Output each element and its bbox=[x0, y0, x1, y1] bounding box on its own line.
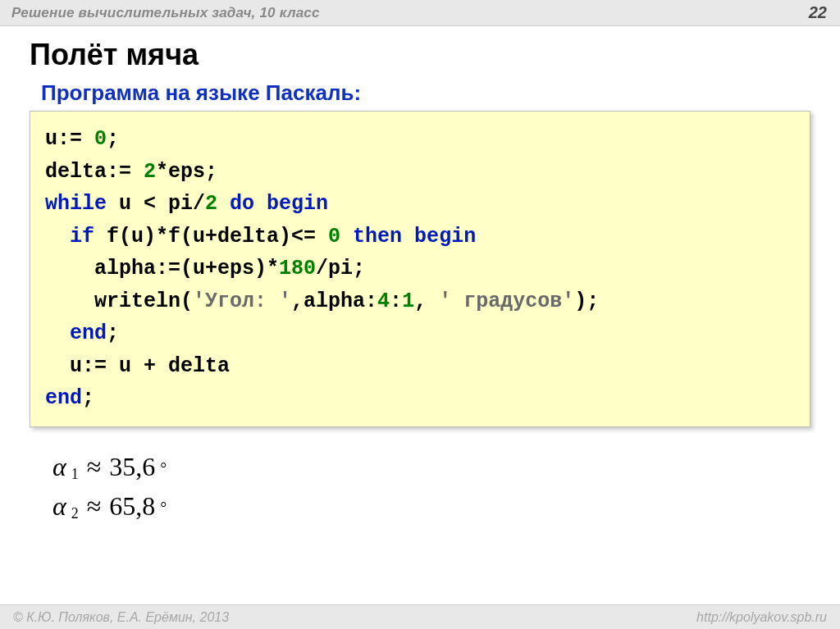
approx-symbol: ≈ bbox=[87, 447, 102, 486]
result-row-2: α2 ≈ 65,8° bbox=[52, 486, 810, 526]
code-line-1: u:= 0; bbox=[45, 123, 795, 156]
results: α1 ≈ 35,6° α2 ≈ 65,8° bbox=[30, 447, 810, 526]
code-box: u:= 0; delta:= 2*eps; while u < pi/2 do … bbox=[30, 111, 810, 427]
code-line-7: end; bbox=[45, 317, 795, 350]
code-line-9: end; bbox=[45, 382, 795, 415]
page-number: 22 bbox=[809, 3, 827, 22]
subscript: 2 bbox=[71, 503, 79, 525]
subtitle: Программа на языке Паскаль: bbox=[30, 80, 810, 106]
subscript: 1 bbox=[71, 463, 79, 485]
result-value: 35,6 bbox=[109, 447, 155, 486]
degree-symbol: ° bbox=[160, 495, 167, 520]
slide-title: Полёт мяча bbox=[0, 26, 840, 80]
code-line-5: alpha:=(u+eps)*180/pi; bbox=[45, 253, 795, 285]
alpha-symbol: α bbox=[52, 447, 66, 486]
code-line-3: while u < pi/2 do begin bbox=[45, 188, 795, 221]
code-line-4: if f(u)*f(u+delta)<= 0 then begin bbox=[45, 221, 795, 253]
footer-copyright: © К.Ю. Поляков, Е.А. Ерёмин, 2013 bbox=[13, 610, 229, 625]
alpha-symbol: α bbox=[52, 486, 66, 526]
result-value: 65,8 bbox=[109, 486, 155, 526]
approx-symbol: ≈ bbox=[87, 486, 102, 526]
header-title: Решение вычислительных задач, 10 класс bbox=[11, 5, 320, 21]
code-line-2: delta:= 2*eps; bbox=[45, 156, 795, 189]
degree-symbol: ° bbox=[160, 456, 167, 481]
code-line-6: writeln('Угол: ',alpha:4:1, ' градусов')… bbox=[45, 285, 795, 318]
code-line-8: u:= u + delta bbox=[45, 350, 795, 383]
result-row-1: α1 ≈ 35,6° bbox=[52, 447, 810, 486]
content: Программа на языке Паскаль: u:= 0; delta… bbox=[0, 80, 840, 526]
footer: © К.Ю. Поляков, Е.А. Ерёмин, 2013 http:/… bbox=[0, 604, 840, 629]
header-bar: Решение вычислительных задач, 10 класс 2… bbox=[0, 0, 840, 26]
footer-url: http://kpolyakov.spb.ru bbox=[696, 610, 827, 625]
